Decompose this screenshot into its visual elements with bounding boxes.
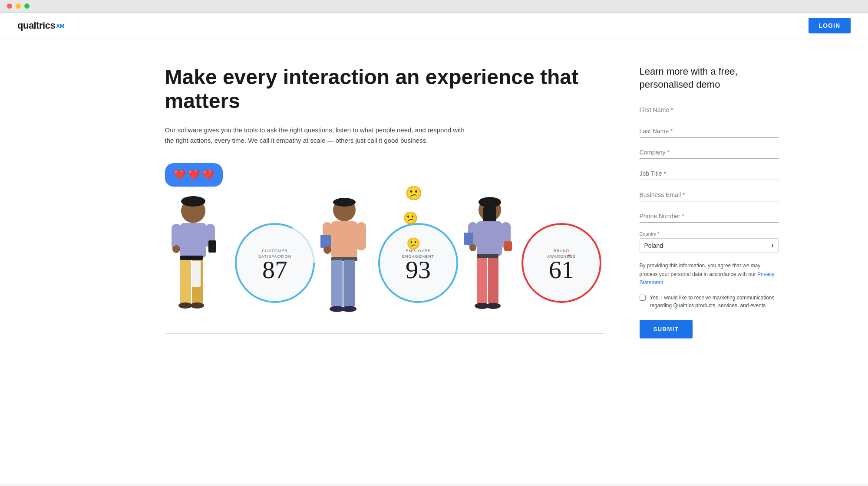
privacy-text-content: By providing this information, you agree… (640, 263, 761, 277)
svg-point-49 (486, 303, 501, 309)
person3-group: 😕 😕 😕 (462, 194, 518, 334)
hero-title: Make every interaction an experience tha… (165, 65, 605, 113)
first-name-group (640, 104, 779, 116)
svg-text:93: 93 (406, 256, 431, 284)
metric1-container: CUSTOMER SATISFACTION ▲ 87 (231, 220, 318, 308)
marketing-checkbox[interactable] (640, 295, 646, 301)
submit-button[interactable]: SUBMIT (640, 320, 693, 338)
country-select-wrapper: Poland United States United Kingdom Germ… (640, 238, 779, 253)
svg-point-50 (469, 244, 476, 251)
person2-figure (318, 194, 370, 332)
heart-emoji-1: ❤️ (174, 169, 185, 181)
svg-text:BRAND: BRAND (553, 249, 569, 253)
svg-rect-46 (488, 255, 498, 305)
svg-rect-27 (331, 260, 343, 308)
emoji-top: 😕 (405, 185, 422, 201)
ground-line (165, 333, 605, 334)
business-email-group (640, 189, 779, 201)
chat-bubble: ❤️ ❤️ ❤️ (165, 163, 223, 187)
country-group: Country * Poland United States United Ki… (640, 231, 779, 253)
svg-point-38 (479, 197, 501, 207)
emoji-mid: 😕 (403, 211, 418, 225)
emoji-bot: 😕 (406, 237, 420, 250)
svg-rect-23 (356, 222, 366, 250)
company-input[interactable] (640, 146, 779, 159)
marketing-checkbox-label: Yes, I would like to receive marketing c… (650, 294, 779, 309)
svg-rect-2 (180, 223, 206, 258)
metric3-container: BRAND AWARENESS ▼ 61 (518, 220, 605, 308)
metric2-circle: EMPLOYEE ENGAGEMENT ▲ 93 (375, 220, 462, 306)
metric2-container: EMPLOYEE ENGAGEMENT ▲ 93 (375, 220, 462, 308)
svg-rect-47 (477, 254, 498, 258)
logo-text: qualtrics (17, 20, 55, 31)
svg-rect-24 (320, 235, 331, 248)
left-section: Make every interaction an experience tha… (165, 65, 605, 338)
job-title-input[interactable] (640, 167, 779, 180)
svg-text:87: 87 (262, 256, 287, 284)
country-select[interactable]: Poland United States United Kingdom Germ… (640, 238, 779, 253)
svg-point-20 (333, 198, 356, 207)
svg-point-25 (323, 246, 331, 254)
first-name-input[interactable] (640, 104, 779, 116)
person3-figure (462, 194, 518, 332)
svg-rect-28 (343, 260, 355, 308)
traffic-light-red[interactable] (7, 3, 12, 9)
svg-rect-8 (180, 256, 203, 260)
form-title: Learn more with a free, personalised dem… (640, 65, 779, 91)
header: qualtricsXM LOGIN (0, 13, 868, 39)
company-group (640, 146, 779, 159)
main-content: Make every interaction an experience tha… (130, 39, 738, 356)
logo: qualtricsXM (17, 20, 65, 31)
svg-rect-44 (464, 233, 473, 245)
svg-rect-5 (208, 240, 216, 253)
metric1-circle: CUSTOMER SATISFACTION ▲ 87 (231, 220, 318, 306)
job-title-group (640, 167, 779, 180)
last-name-group (640, 125, 779, 138)
svg-text:61: 61 (549, 256, 574, 284)
logo-xm: XM (56, 23, 65, 29)
business-email-input[interactable] (640, 189, 779, 201)
login-button[interactable]: LOGIN (809, 18, 851, 33)
illustration-area: ❤️ ❤️ ❤️ (165, 163, 605, 334)
svg-rect-21 (331, 221, 357, 258)
svg-text:CUSTOMER: CUSTOMER (262, 249, 287, 253)
metric3-circle: BRAND AWARENESS ▼ 61 (518, 220, 605, 306)
page: qualtricsXM LOGIN Make every interaction… (0, 13, 868, 483)
country-label: Country * (640, 231, 779, 236)
svg-rect-45 (477, 255, 487, 305)
marketing-checkbox-group: Yes, I would like to receive marketing c… (640, 294, 779, 309)
svg-rect-40 (477, 221, 502, 256)
svg-point-30 (342, 306, 356, 312)
svg-rect-9 (192, 261, 201, 287)
phone-number-group (640, 210, 779, 223)
person1-figure (165, 194, 221, 332)
svg-point-1 (181, 196, 205, 207)
heart-emoji-3: ❤️ (202, 169, 214, 181)
last-name-input[interactable] (640, 125, 779, 138)
svg-rect-43 (504, 241, 512, 251)
svg-point-11 (190, 302, 204, 309)
person2-group (318, 194, 370, 334)
traffic-light-yellow[interactable] (16, 3, 21, 9)
phone-number-input[interactable] (640, 210, 779, 223)
privacy-text: By providing this information, you agree… (640, 262, 779, 287)
hero-description: Our software gives you the tools to ask … (165, 125, 469, 146)
svg-rect-6 (180, 256, 191, 304)
heart-emoji-2: ❤️ (188, 169, 200, 181)
browser-chrome (0, 0, 868, 13)
demo-form-section: Learn more with a free, personalised dem… (640, 65, 779, 338)
traffic-light-green[interactable] (24, 3, 30, 9)
person1-group: ❤️ ❤️ ❤️ (165, 163, 223, 334)
svg-point-12 (172, 245, 180, 253)
